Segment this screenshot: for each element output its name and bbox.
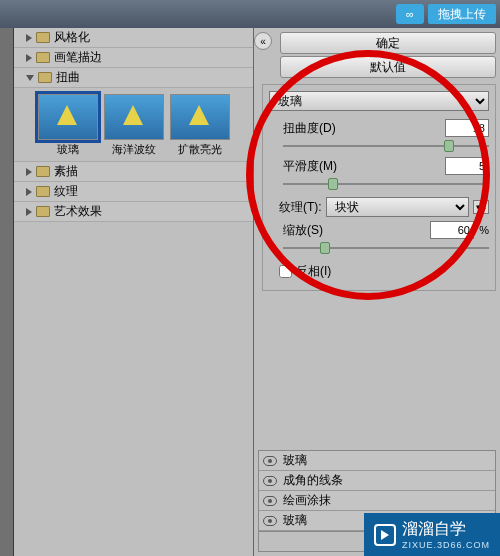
- texture-select[interactable]: 块状: [326, 197, 469, 217]
- tree-item-distort[interactable]: 扭曲: [14, 68, 253, 88]
- collapse-icon: [26, 75, 34, 81]
- thumb-label: 扩散亮光: [170, 142, 230, 157]
- settings-panel: « 确定 默认值 玻璃 扭曲度(D) 平滑度(M): [254, 28, 500, 556]
- smoothness-label: 平滑度(M): [283, 158, 337, 175]
- filter-thumbnails: 玻璃 海洋波纹 扩散亮光: [14, 88, 253, 162]
- tree-label: 扭曲: [56, 69, 80, 86]
- ok-button[interactable]: 确定: [280, 32, 496, 54]
- scale-label: 缩放(S): [283, 222, 323, 239]
- defaults-button[interactable]: 默认值: [280, 56, 496, 78]
- collapse-button[interactable]: «: [254, 32, 272, 50]
- thumb-image: [104, 94, 164, 140]
- folder-icon: [36, 32, 50, 43]
- layer-row[interactable]: 成角的线条: [259, 471, 495, 491]
- tree-label: 风格化: [54, 29, 90, 46]
- folder-icon: [36, 52, 50, 63]
- filter-tree-panel: 风格化 画笔描边 扭曲 玻璃 海洋波纹: [14, 28, 254, 556]
- distortion-slider[interactable]: [283, 139, 489, 153]
- thumb-image: [170, 94, 230, 140]
- filter-tree: 风格化 画笔描边 扭曲 玻璃 海洋波纹: [14, 28, 253, 222]
- folder-icon: [36, 186, 50, 197]
- layer-label: 玻璃: [283, 452, 307, 469]
- param-texture: 纹理(T): 块状 ▾≡: [279, 197, 489, 217]
- tree-item-artistic[interactable]: 艺术效果: [14, 202, 253, 222]
- layer-label: 绘画涂抹: [283, 492, 331, 509]
- play-icon: [374, 524, 396, 546]
- folder-icon: [36, 206, 50, 217]
- main-area: 风格化 画笔描边 扭曲 玻璃 海洋波纹: [0, 28, 500, 556]
- layer-row[interactable]: 绘画涂抹: [259, 491, 495, 511]
- cloud-icon[interactable]: ∞: [396, 4, 424, 24]
- expand-icon: [26, 188, 32, 196]
- tree-label: 画笔描边: [54, 49, 102, 66]
- expand-icon: [26, 54, 32, 62]
- scale-input[interactable]: [430, 221, 474, 239]
- thumb-glass[interactable]: 玻璃: [38, 94, 98, 157]
- watermark-sub: ZIXUE.3D66.COM: [402, 540, 490, 550]
- thumb-label: 海洋波纹: [104, 142, 164, 157]
- layer-row[interactable]: 玻璃: [259, 451, 495, 471]
- folder-icon: [36, 166, 50, 177]
- invert-label: 反相(I): [296, 263, 331, 280]
- filter-options: 玻璃 扭曲度(D) 平滑度(M): [262, 84, 496, 291]
- distortion-label: 扭曲度(D): [283, 120, 336, 137]
- expand-icon: [26, 34, 32, 42]
- tree-item-brush[interactable]: 画笔描边: [14, 48, 253, 68]
- expand-icon: [26, 208, 32, 216]
- tree-empty-area: [14, 222, 253, 556]
- spacer: [258, 293, 496, 444]
- texture-menu-icon[interactable]: ▾≡: [473, 200, 489, 214]
- tree-item-stylize[interactable]: 风格化: [14, 28, 253, 48]
- texture-label: 纹理(T):: [279, 199, 322, 216]
- tree-label: 艺术效果: [54, 203, 102, 220]
- param-distortion: 扭曲度(D): [283, 119, 489, 153]
- thumb-diffuse-glow[interactable]: 扩散亮光: [170, 94, 230, 157]
- scale-slider[interactable]: [283, 241, 489, 255]
- visibility-icon[interactable]: [263, 496, 277, 506]
- smoothness-slider[interactable]: [283, 177, 489, 191]
- title-bar: ∞ 拖拽上传: [0, 0, 500, 28]
- layer-label: 成角的线条: [283, 472, 343, 489]
- smoothness-input[interactable]: [445, 157, 489, 175]
- filter-select[interactable]: 玻璃: [269, 91, 489, 111]
- tree-label: 纹理: [54, 183, 78, 200]
- visibility-icon[interactable]: [263, 476, 277, 486]
- thumb-ocean-ripple[interactable]: 海洋波纹: [104, 94, 164, 157]
- distortion-input[interactable]: [445, 119, 489, 137]
- watermark: 溜溜自学 ZIXUE.3D66.COM: [364, 513, 500, 556]
- scale-unit: %: [479, 224, 489, 236]
- upload-button[interactable]: 拖拽上传: [428, 4, 496, 24]
- tree-item-sketch[interactable]: 素描: [14, 162, 253, 182]
- param-scale: 缩放(S) %: [283, 221, 489, 255]
- visibility-icon[interactable]: [263, 516, 277, 526]
- tree-label: 素描: [54, 163, 78, 180]
- visibility-icon[interactable]: [263, 456, 277, 466]
- layer-label: 玻璃: [283, 512, 307, 529]
- param-invert: 反相(I): [279, 263, 489, 280]
- invert-checkbox[interactable]: [279, 265, 292, 278]
- thumb-label: 玻璃: [38, 142, 98, 157]
- param-smoothness: 平滑度(M): [283, 157, 489, 191]
- folder-icon: [38, 72, 52, 83]
- thumb-image: [38, 94, 98, 140]
- expand-icon: [26, 168, 32, 176]
- left-gutter: [0, 28, 14, 556]
- tree-item-texture[interactable]: 纹理: [14, 182, 253, 202]
- watermark-brand: 溜溜自学: [402, 519, 490, 540]
